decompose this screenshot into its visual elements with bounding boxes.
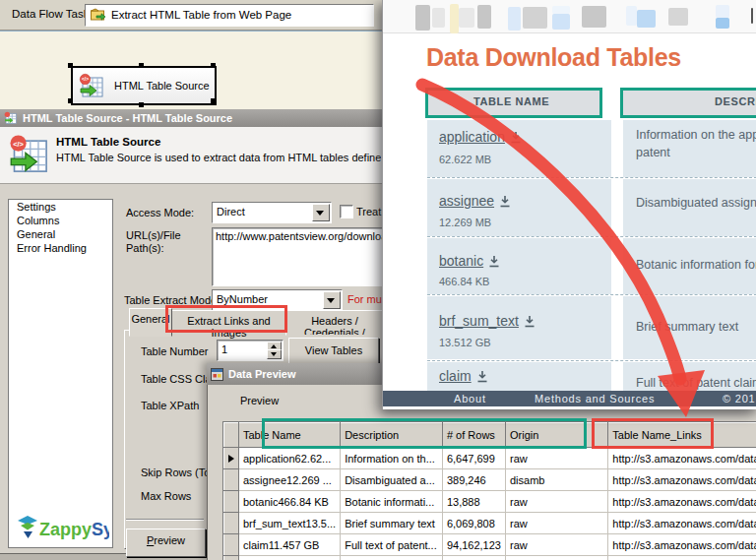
table-number-label: Table Number [141,345,208,357]
url-label-line1: URL(s)/File [126,229,181,241]
grid-col-table-name-links[interactable]: Table Name_Links [608,423,756,448]
table-extract-mode-dropdown[interactable]: ByNumber [212,289,343,311]
footer-copyright: © 201 [723,393,756,404]
access-mode-dropdown-button[interactable] [312,204,330,221]
grid-row[interactable]: claim11.457 GB Full text of patent... 94… [224,534,756,556]
grid-col-origin[interactable]: Origin [505,423,607,448]
row-selector[interactable] [224,513,239,534]
preview-button[interactable]: Preview [126,529,206,557]
grid-cell: Full text of patent... [341,534,443,556]
tab-headers-credentials[interactable]: Headers / Credentials / [285,310,384,336]
toolbar-item [450,4,459,33]
row-selector[interactable] [224,534,239,556]
toolbar-item [637,10,656,28]
url-textarea[interactable]: http://www.patentsview.org/download/ [212,227,384,286]
toolbar-item [716,5,729,18]
grid-row[interactable]: botanic466.84 KB Botanic informati... 13… [224,491,756,513]
task-folder-icon [91,8,106,22]
table-description: patent [636,146,670,159]
browser-window: Data Download Tables application 62.622 … [382,0,756,409]
source-box-label: HTML Table Source [114,80,210,92]
treat-checkbox-label: Treat i [356,206,382,218]
nav-item-columns[interactable]: Columns [9,214,112,227]
toolbar-item [508,7,521,31]
footer-link-about[interactable]: About [454,393,486,404]
data-flow-task-combo[interactable]: Extract HTML Table from Web Page [85,4,374,27]
table-extract-mode-dropdown-button[interactable] [323,291,341,309]
treat-checkbox[interactable] [340,205,353,218]
tab-extract-links-and-images[interactable]: Extract Links and Images [171,310,286,336]
toolbar-item [415,5,430,31]
grid-cell: 13,888 [442,491,505,513]
web-col-table-name: TABLE NAME [473,95,549,107]
row-selector[interactable] [224,556,239,560]
grid-cell: raw [505,534,607,556]
selection-handle[interactable] [211,98,216,103]
grid-cell: raw [505,513,607,534]
html-table-source-icon: </> [79,73,105,99]
toolbar-item [432,8,445,28]
selection-handle[interactable] [211,63,216,68]
nav-item-error-handling[interactable]: Error Handling [9,241,112,255]
grid-cell: http://s3.amazonaws.com/data-p... [608,513,756,534]
grid-cell: 389,246 [442,469,505,491]
access-mode-dropdown[interactable]: Direct [212,202,332,223]
grid-col-description[interactable]: Description [341,423,443,448]
grid-row[interactable]: application62.62... Information on th...… [224,448,756,469]
html-table-source-component[interactable]: </> HTML Table Source [71,66,217,105]
grid-row[interactable]: assignee12.269 ... Disambiguated a... 38… [224,469,756,491]
spinner-down-button[interactable] [267,349,282,359]
grid-cell: http://s3.amazonaws.com/data-p... [608,448,756,469]
access-mode-value: Direct [217,206,245,218]
settings-nav-list: Settings Columns General Error Handling … [8,199,113,548]
download-link-application[interactable]: application [439,129,522,145]
grid-cell: raw [505,491,607,513]
nav-item-general[interactable]: General [9,227,112,241]
grid-col-num-rows[interactable]: # of Rows [442,423,505,448]
grid-row[interactable]: brf_sum_text13.5... Brief summary text 6… [224,513,756,534]
site-footer: About Methods and Sources © 201 [383,391,756,406]
tab-general[interactable]: General [129,308,172,337]
chevron-down-icon [316,211,324,216]
chevron-up-icon [271,344,277,348]
download-link-brf-sum-text[interactable]: brf_sum_text [439,313,536,329]
toolbar-item [552,14,570,30]
skip-rows-label: Skip Rows (To [141,467,210,478]
download-link-botanic[interactable]: botanic [439,253,500,269]
grid-cell: Current CPC clas... [341,556,443,560]
table-number-spinner[interactable]: 1 [217,340,284,361]
table-css-class-label: Table CSS Clas [141,373,217,385]
download-link-assignee[interactable]: assignee [439,193,511,209]
divider [126,519,204,521]
selection-handle[interactable] [68,63,73,68]
toolbar-item [459,8,474,28]
dialog-titlebar[interactable]: HTML Table Source - HTML Table Source [0,109,388,127]
url-value: http://www.patentsview.org/download/ [213,228,383,242]
current-row-arrow-icon [228,455,234,463]
selection-handle[interactable] [68,98,73,103]
selection-handle[interactable] [139,102,144,107]
row-divider [427,177,756,178]
footer-link-methods-and-sources[interactable]: Methods and Sources [535,393,655,404]
browser-toolbar[interactable] [383,0,756,33]
row-selector[interactable] [224,491,239,513]
nav-item-settings[interactable]: Settings [9,200,112,214]
grid-cell: Disambiguated a... [341,469,443,491]
grid-col-table-name[interactable]: Table Name [239,423,341,448]
table-extract-mode-value: ByNumber [217,293,268,305]
row-selector[interactable] [224,448,239,469]
file-size: 466.84 KB [439,276,489,287]
grid-cell: http://s3.amazonaws.com/data-p... [608,469,756,491]
grid-corner-cell[interactable] [224,423,239,448]
selection-handle[interactable] [139,63,144,68]
toolbar-item [582,6,606,28]
text-cursor [751,8,753,24]
max-rows-label: Max Rows [141,490,191,502]
grid-cell: botanic466.84 KB [239,491,341,513]
download-link-claim[interactable]: claim [439,368,488,384]
grid-row[interactable]: cpc_current855... Current CPC clas... 35… [224,556,756,560]
row-selector[interactable] [224,469,239,491]
toolbar-item [626,6,637,26]
grid-cell: http://s3.amazonaws.com/data-p... [608,491,756,513]
chevron-down-icon [327,298,335,303]
